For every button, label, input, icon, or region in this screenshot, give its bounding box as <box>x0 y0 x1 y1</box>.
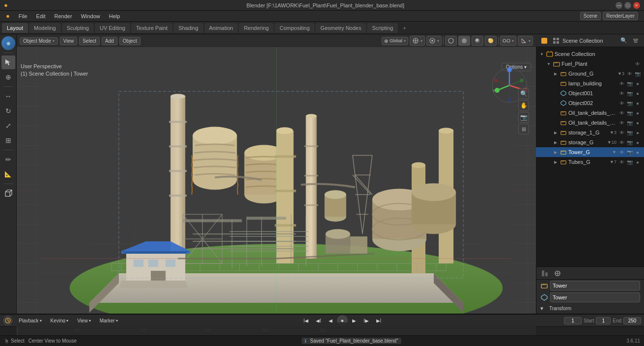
viewport-snap-btn[interactable]: ▾ <box>410 36 425 46</box>
minimize-button[interactable]: — <box>616 2 622 9</box>
tubes-g-cam-btn[interactable]: 📷 <box>626 159 633 165</box>
viewport-object-btn[interactable]: Object <box>119 37 140 45</box>
oil-tank-001-render-btn[interactable]: ● <box>634 109 641 116</box>
menu-blender[interactable]: ● <box>2 11 14 21</box>
tree-item-oil-tank-002[interactable]: ▶ Oil_tank_details_002 👁 📷 ● <box>536 118 644 128</box>
tubes-g-render-btn[interactable]: ● <box>634 159 641 165</box>
props-transform-header[interactable]: ▼ Transform <box>536 303 644 313</box>
oil-tank-001-cam-btn[interactable]: 📷 <box>626 109 633 116</box>
tab-layout[interactable]: Layout <box>2 23 28 33</box>
mode-selector-btn[interactable]: ⊕ <box>1 36 15 50</box>
tree-item-storage-g[interactable]: ▶ storage_G ▼10 👁 📷 ● <box>536 137 644 147</box>
object001-render-btn[interactable]: ● <box>634 90 641 97</box>
props-scene-icon[interactable] <box>552 268 563 279</box>
tree-item-object002[interactable]: ▶ Object002 👁 📷 ● <box>536 98 644 108</box>
tower-g-render-btn[interactable]: ● <box>634 149 641 156</box>
start-frame-input[interactable] <box>596 317 611 324</box>
object001-cam-btn[interactable]: 📷 <box>626 90 633 97</box>
tree-item-scene-collection[interactable]: ▼ Scene Collection <box>536 49 644 59</box>
tab-rendering[interactable]: Rendering <box>239 23 274 33</box>
camera-view-btn[interactable]: 📷 <box>518 112 529 123</box>
menu-render[interactable]: Render <box>51 12 76 20</box>
viewport-gizmos-btn[interactable]: ▾ <box>518 36 533 46</box>
tree-item-object001[interactable]: ▶ Object001 👁 📷 ● <box>536 88 644 98</box>
tree-item-ground-g[interactable]: ▶ Ground_G ▼3 👁 📷 <box>536 69 644 79</box>
viewport-proportional-btn[interactable]: ▾ <box>426 36 442 46</box>
measure-tool-btn[interactable]: 📐 <box>1 167 15 181</box>
annotate-tool-btn[interactable]: ✏ <box>1 153 15 166</box>
menu-help[interactable]: Help <box>105 12 124 20</box>
status-select[interactable]: 🖱 Select <box>4 338 25 344</box>
add-workspace-button[interactable]: + <box>399 23 410 33</box>
tab-uv-editing[interactable]: UV Editing <box>95 23 130 33</box>
tree-item-tubes-g[interactable]: ▶ Tubes_G ▼7 👁 📷 ● <box>536 157 644 167</box>
viewport-add-btn[interactable]: Add <box>102 37 117 45</box>
props-object-name-input[interactable] <box>550 281 640 291</box>
outliner-filter-btn[interactable] <box>630 35 641 46</box>
menu-edit[interactable]: Edit <box>32 12 50 20</box>
storage-1-g-eye-btn[interactable]: 👁 <box>618 129 625 136</box>
menu-file[interactable]: File <box>15 12 31 20</box>
tab-scripting[interactable]: Scripting <box>367 23 398 33</box>
oil-tank-002-render-btn[interactable]: ● <box>634 119 641 126</box>
maximize-button[interactable]: □ <box>624 2 631 9</box>
tubes-g-eye-btn[interactable]: 👁 <box>618 159 625 165</box>
tab-compositing[interactable]: Compositing <box>275 23 314 33</box>
cursor-tool-btn[interactable]: ⊕ <box>1 70 15 84</box>
end-frame-input[interactable] <box>623 317 641 324</box>
tab-sculpting[interactable]: Sculpting <box>62 23 94 33</box>
ground-g-eye-btn[interactable]: 👁 <box>626 70 633 77</box>
tab-shading[interactable]: Shading <box>173 23 203 33</box>
storage-1-g-render-btn[interactable]: ● <box>634 129 641 136</box>
props-tools-icon[interactable] <box>539 268 550 279</box>
outliner-display-btn[interactable] <box>551 35 561 46</box>
zoom-camera-btn[interactable]: 🔍 <box>518 88 529 99</box>
renderlayer-selector[interactable]: RenderLayer <box>603 12 638 20</box>
tree-item-tower-g[interactable]: ▶ Tower_G ▼ 👁 📷 ● <box>536 147 644 157</box>
ground-g-render-btn[interactable]: 📷 <box>634 70 641 77</box>
object002-render-btn[interactable]: ● <box>634 100 641 106</box>
oil-tank-002-cam-btn[interactable]: 📷 <box>626 119 633 126</box>
fuel-plant-eye-btn[interactable]: 👁 <box>634 60 641 67</box>
rotate-tool-btn[interactable]: ↻ <box>1 104 15 118</box>
close-button[interactable]: ✕ <box>633 2 640 9</box>
outliner-search-btn[interactable]: 🔍 <box>618 35 629 46</box>
viewport-transform-btn[interactable]: ⊕ Global ▾ <box>382 37 408 45</box>
add-cube-tool-btn[interactable] <box>1 186 15 200</box>
frame-world-btn[interactable]: ⊞ <box>518 124 529 134</box>
material-preview-btn[interactable] <box>472 36 483 46</box>
lamp-building-eye-btn[interactable]: 👁 <box>618 80 625 87</box>
storage-1-g-cam-btn[interactable]: 📷 <box>626 129 633 136</box>
lamp-building-cam-btn[interactable]: 📷 <box>626 80 633 87</box>
rendered-shading-btn[interactable] <box>485 36 497 46</box>
object-mode-dropdown[interactable]: Object Mode ▾ <box>20 37 58 45</box>
object002-cam-btn[interactable]: 📷 <box>626 100 633 106</box>
move-tool-btn[interactable]: ↔ <box>1 89 15 103</box>
storage-g-cam-btn[interactable]: 📷 <box>626 139 633 146</box>
viewport[interactable]: Object Mode ▾ View Select Add Object ⊕ G… <box>17 34 536 335</box>
outliner-filter-icon[interactable] <box>539 35 550 46</box>
current-frame-input[interactable] <box>564 317 582 324</box>
tab-animation[interactable]: Animation <box>204 23 238 33</box>
tab-texture-paint[interactable]: Texture Paint <box>131 23 172 33</box>
oil-tank-002-eye-btn[interactable]: 👁 <box>618 119 625 126</box>
wireframe-shading-btn[interactable] <box>445 36 457 46</box>
oil-tank-001-eye-btn[interactable]: 👁 <box>618 109 625 116</box>
scene-selector[interactable]: Scene <box>580 12 601 20</box>
storage-g-render-btn[interactable]: ● <box>634 139 641 146</box>
scene-canvas[interactable]: User Perspective (1) Scene Collection | … <box>17 47 536 322</box>
object001-eye-btn[interactable]: 👁 <box>618 90 625 97</box>
props-data-name-input[interactable] <box>550 293 640 302</box>
viewport-select-btn[interactable]: Select <box>79 37 100 45</box>
tree-item-storage-1-g[interactable]: ▶ storage_1_G ▼3 👁 📷 ● <box>536 128 644 137</box>
tree-item-lamp-building[interactable]: ▶ lamp_building 👁 📷 ● <box>536 79 644 88</box>
transform-tool-btn[interactable]: ⊞ <box>1 133 15 147</box>
solid-shading-btn[interactable] <box>458 36 470 46</box>
tab-modeling[interactable]: Modeling <box>29 23 61 33</box>
lamp-building-render-btn[interactable]: ● <box>634 80 641 87</box>
tree-item-oil-tank-001[interactable]: ▶ Oil_tank_details_001 👁 📷 ● <box>536 108 644 118</box>
menu-window[interactable]: Window <box>77 12 104 20</box>
tab-geometry-nodes[interactable]: Geometry Nodes <box>315 23 366 33</box>
tower-g-cam-btn[interactable]: 📷 <box>626 149 633 156</box>
object002-eye-btn[interactable]: 👁 <box>618 100 625 106</box>
